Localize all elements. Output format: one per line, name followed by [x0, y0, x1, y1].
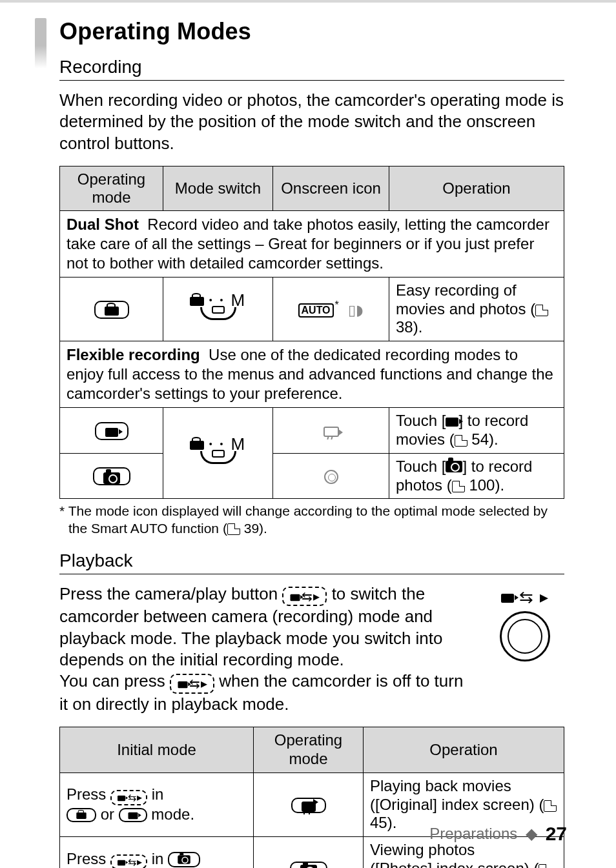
- flex-photo-onscreen-cell: [273, 453, 389, 499]
- pb-r2-initial: Press ⇆▸ in mode.: [60, 837, 254, 868]
- recording-subheading: Recording: [59, 57, 564, 81]
- pb-r1-d: mode.: [147, 805, 194, 823]
- dual-shot-desc: Dual Shot Record video and take photos e…: [60, 210, 564, 277]
- page-content: Operating Modes Recording When recording…: [59, 18, 564, 868]
- mode-dial-dualshot-icon: • • M: [190, 292, 246, 325]
- pb-r1-initial: Press ⇆▸ in or mode.: [60, 772, 254, 836]
- footnote-pg: 39).: [240, 521, 267, 536]
- mode-dial-flexible-icon: • • M: [190, 436, 246, 469]
- movie-touch-icon: [446, 418, 458, 427]
- pb-r1-b: in: [147, 785, 163, 803]
- dual-shot-mode-icon: [94, 301, 129, 319]
- play-para2-a: You can press: [59, 671, 170, 691]
- flexible-label: Flexible recording: [67, 346, 200, 363]
- dual-shot-text: Record video and take photos easily, let…: [67, 216, 549, 272]
- col-operation: Operation: [389, 166, 564, 210]
- footer-diamond-icon: ◆: [526, 825, 537, 842]
- footnote-star: *: [335, 299, 339, 310]
- dual-mode-dot-icon: [190, 297, 204, 306]
- camera-play-button-icon-3: ⇆▸: [110, 790, 147, 805]
- dual-shot-label: Dual Shot: [67, 216, 139, 233]
- dual-shot-switch-cell: • • M: [163, 277, 273, 341]
- page-title: Operating Modes: [59, 18, 564, 45]
- dual-cam-small-icon: ▯◗: [348, 302, 364, 319]
- recording-modes-table: Operating mode Mode switch Onscreen icon…: [59, 166, 564, 500]
- flex-photo-opmode-cell: [60, 453, 163, 499]
- dual-mode-small-icon: [67, 808, 96, 822]
- page-top-rule: [0, 0, 616, 3]
- pb-r1-a: Press: [67, 785, 110, 803]
- camera-play-button-icon-2: ⇆▸: [170, 674, 214, 694]
- camera-play-button-icon: ⇆▸: [282, 587, 327, 607]
- col-mode-switch: Mode switch: [163, 166, 273, 210]
- movie-record-onscreen-icon: [323, 427, 339, 437]
- dual-shot-row: • • M AUTO* ▯◗ Easy recording of movies …: [60, 277, 564, 341]
- playback-table: Initial mode Operating mode Operation Pr…: [59, 727, 564, 868]
- play-movie-icon: [302, 802, 316, 812]
- hardware-button-ring-icon: [500, 611, 550, 661]
- photo-touch-icon: [446, 461, 462, 472]
- dual-shot-onscreen-cell: AUTO* ▯◗: [273, 277, 389, 341]
- table-header-row: Operating mode Mode switch Onscreen icon…: [60, 166, 564, 210]
- movie-mode-icon: [95, 422, 128, 440]
- dual-mode-glyph-icon: [105, 307, 119, 316]
- dual-op-b: 38).: [396, 318, 422, 336]
- playback-para1: Press the camera/play button ⇆▸ to switc…: [59, 583, 473, 671]
- camera-play-hardware-figure: ⇆ ▸: [489, 587, 560, 661]
- page-ref-icon-5: [544, 800, 557, 812]
- page-ref-icon-3: [452, 481, 465, 492]
- hardware-glyphs-icon: ⇆ ▸: [489, 587, 560, 607]
- flex-movie-operation: Touch [] to record movies ( 54).: [389, 408, 564, 454]
- dual-mode-dot2-icon: [190, 441, 204, 450]
- auto-badge-icon: AUTO: [298, 303, 334, 318]
- col-onscreen-icon: Onscreen icon: [273, 166, 389, 210]
- flexible-desc-row: Flexible recording Use one of the dedica…: [60, 341, 564, 408]
- page-ref-icon: [535, 305, 548, 316]
- camera-view-icon: [300, 865, 317, 868]
- photo-op-a: Touch [: [396, 458, 446, 475]
- pb-r1-op-c: 45).: [370, 814, 396, 831]
- pb-r2-op-b: ([Photos] index screen) (: [370, 860, 539, 868]
- movie-op-c: 54).: [467, 430, 498, 448]
- movie-playback-mode-icon: [291, 798, 326, 813]
- footer-chapter: Preparations: [429, 825, 517, 842]
- pb-r2-b: in: [147, 850, 168, 867]
- movie-mode-small-icon: [119, 808, 147, 822]
- page-footer: Preparations ◆ 27: [429, 823, 567, 845]
- dual-shot-opmode-cell: [60, 277, 163, 341]
- flex-photo-operation: Touch [] to record photos ( 100).: [389, 453, 564, 499]
- camera-small-icon: [178, 856, 190, 865]
- camera-play-button-icon-4: ⇆▸: [110, 854, 147, 868]
- playback-subheading: Playback: [59, 550, 564, 574]
- playback-header-row: Initial mode Operating mode Operation: [60, 727, 564, 773]
- flex-switch-cell: • • M: [163, 408, 273, 499]
- pb-col-opmode: Operating mode: [254, 727, 364, 773]
- photo-playback-mode-icon: [290, 862, 327, 868]
- page-ref-icon-6: [539, 864, 551, 868]
- photo-onscreen-icon: [324, 470, 338, 484]
- footnote-text: * The mode icon displayed will change ac…: [59, 503, 548, 535]
- page-ref-icon-2: [455, 435, 467, 447]
- page-ref-icon-4: [227, 523, 240, 535]
- playback-text-wrap: Press the camera/play button ⇆▸ to switc…: [59, 583, 473, 715]
- pb-r1-op-b: ([Original] index screen) (: [370, 796, 544, 813]
- pb-r2-opmode: [254, 837, 364, 868]
- photo-op-c: 100).: [465, 476, 504, 494]
- dual-op-a: Easy recording of movies and photos (: [396, 281, 535, 318]
- playback-block: Press the camera/play button ⇆▸ to switc…: [59, 583, 564, 715]
- pb-col-operation: Operation: [364, 727, 564, 773]
- recording-intro: When recording video or photos, the camc…: [59, 90, 564, 154]
- pb-r1-op-a: Playing back movies: [370, 777, 511, 794]
- pb-r1-opmode: [254, 772, 364, 836]
- movie-op-a: Touch [: [396, 412, 446, 429]
- pb-r1-c: or: [96, 805, 119, 823]
- pb-r2-a: Press: [67, 850, 110, 867]
- flex-movie-onscreen-cell: [273, 408, 389, 454]
- pb-col-initial: Initial mode: [60, 727, 254, 773]
- flexible-photo-row: Touch [] to record photos ( 100).: [60, 453, 564, 499]
- playback-para2: You can press ⇆▸ when the camcorder is o…: [59, 671, 473, 715]
- col-operating-mode: Operating mode: [60, 166, 163, 210]
- dual-shot-desc-row: Dual Shot Record video and take photos e…: [60, 210, 564, 277]
- recording-footnote: * The mode icon displayed will change ac…: [59, 503, 564, 537]
- camera-solid-icon: [103, 472, 120, 484]
